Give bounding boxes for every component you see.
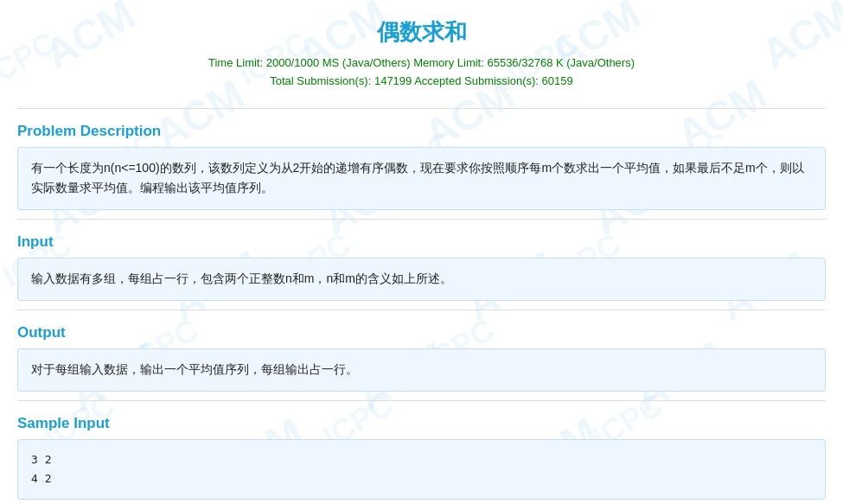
output-content: 对于每组输入数据，输出一个平均值序列，每组输出占一行。 xyxy=(17,348,826,392)
sample-input-line1: 3 2 xyxy=(31,450,812,469)
divider-3 xyxy=(17,309,826,310)
sample-input-content: 3 2 4 2 xyxy=(17,439,826,500)
divider-4 xyxy=(17,400,826,401)
problem-description-title: Problem Description xyxy=(17,123,826,140)
divider-2 xyxy=(17,219,826,220)
divider-1 xyxy=(17,108,826,109)
meta-line1: Time Limit: 2000/1000 MS (Java/Others) M… xyxy=(17,54,826,73)
problem-description-content: 有一个长度为n(n<=100)的数列，该数列定义为从2开始的递增有序偶数，现在要… xyxy=(17,147,826,211)
sample-input-line2: 4 2 xyxy=(31,469,812,488)
meta-line2: Total Submission(s): 147199 Accepted Sub… xyxy=(17,73,826,91)
meta-info: Time Limit: 2000/1000 MS (Java/Others) M… xyxy=(17,54,826,91)
output-title: Output xyxy=(17,324,826,341)
input-title: Input xyxy=(17,233,826,251)
input-content: 输入数据有多组，每组占一行，包含两个正整数n和m，n和m的含义如上所述。 xyxy=(17,258,826,301)
sample-input-title: Sample Input xyxy=(17,415,826,432)
page-title: 偶数求和 xyxy=(17,17,826,48)
